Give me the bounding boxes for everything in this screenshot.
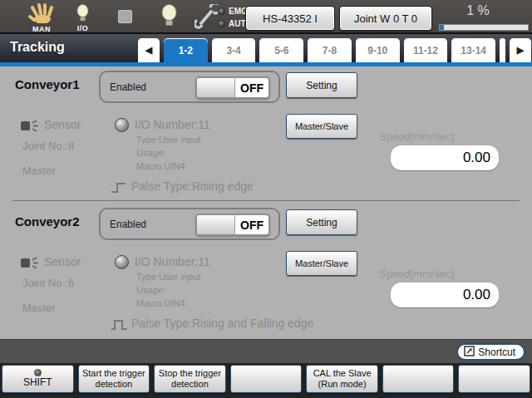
tab-13-14[interactable]: 13-14: [451, 38, 495, 62]
section-divider: [12, 200, 520, 201]
enabled-label: Enabled: [110, 219, 146, 230]
shortcut-bar: Shortcut: [0, 339, 532, 363]
master-slave-button[interactable]: Master/Slave: [286, 251, 357, 276]
io-number: I/O Number:11: [135, 255, 210, 268]
speed-value-field[interactable]: 0.00: [391, 145, 499, 170]
toggle-state: OFF: [235, 215, 268, 234]
speed-progress-bar: [439, 24, 529, 31]
conveyor1-panel: Conveyor1 Enabled OFF Setting: [0, 71, 532, 204]
wrench-icon: [195, 4, 218, 32]
bulb-icon: [161, 4, 177, 31]
enabled-label: Enabled: [110, 81, 146, 93]
fk-empty-button: [382, 365, 455, 393]
io-lamp-indicator: I/O: [76, 4, 89, 32]
io-macro: Macro:UIN4: [136, 161, 185, 171]
conveyor-name: Conveyor1: [15, 77, 80, 91]
fk-empty-button: [230, 365, 303, 393]
io-led-icon: [115, 118, 129, 132]
speed-percent: 1 %: [449, 3, 507, 18]
tab-9-10[interactable]: 9-10: [356, 38, 400, 62]
joint-no: Joint No.:8: [22, 140, 74, 152]
fk-empty-button: [458, 365, 530, 393]
speed-label: Speed[mm/sec]: [379, 268, 454, 280]
rising-falling-edge-icon: [111, 318, 128, 335]
conveyor2-panel: Conveyor2 Enabled OFF Setting: [0, 208, 532, 341]
enabled-toggle[interactable]: OFF: [195, 76, 270, 99]
joint-no: Joint No.:6: [22, 277, 74, 289]
tab-3-4[interactable]: 3-4: [212, 38, 256, 62]
robot-type-button[interactable]: HS-43352 I: [245, 6, 335, 31]
io-number: I/O Number:11: [135, 118, 210, 131]
tab-partial: [500, 38, 505, 62]
io-bulb-icon: [76, 4, 89, 26]
pulse-type-label: Palse Type:Rising and Falling edge: [131, 317, 313, 330]
top-status-bar: MAN I/O: [0, 0, 532, 34]
enabled-group: Enabled OFF: [99, 71, 280, 103]
maintenance-indicator: [195, 4, 218, 32]
enabled-toggle[interactable]: OFF: [195, 214, 270, 236]
lamp-indicator: [161, 4, 177, 31]
shortcut-button[interactable]: Shortcut: [456, 343, 525, 361]
man-label: MAN: [32, 25, 51, 33]
sensor-label: Sensor: [44, 118, 81, 131]
master-label: Master: [22, 165, 56, 177]
sensor-icon: [20, 256, 40, 273]
toggle-state: OFF: [235, 78, 268, 97]
sensor-icon: [20, 119, 40, 136]
shortcut-label: Shortcut: [478, 346, 515, 358]
speed-progress-fill: [440, 25, 444, 30]
tab-strip: ◀ 1-2 3-4 5-6 7-8 9-10 11-12 13-14 ▶: [138, 38, 531, 62]
enabled-group: Enabled OFF: [99, 208, 280, 240]
setting-button[interactable]: Setting: [286, 209, 357, 235]
manual-mode-indicator: MAN: [27, 3, 56, 33]
io-led-icon: [115, 255, 129, 269]
speed-value-field[interactable]: 0.00: [391, 283, 499, 307]
master-label: Master: [22, 302, 56, 314]
io-type: Type:User input: [136, 135, 200, 145]
emg-led-icon: [218, 7, 225, 15]
page-title: Tracking: [10, 40, 65, 55]
fk-shift-button[interactable]: SHIFT: [2, 365, 74, 393]
function-key-bar: SHIFT Start the trigger detection Stop t…: [0, 363, 532, 398]
sensor-label: Sensor: [44, 255, 81, 268]
tab-11-12[interactable]: 11-12: [404, 38, 448, 62]
tab-1-2[interactable]: 1-2: [164, 38, 208, 62]
auto-en-led-icon: [218, 20, 225, 27]
mode-coordinates-button[interactable]: Joint W 0 T 0: [339, 6, 432, 31]
io-label: I/O: [77, 24, 89, 32]
fk-stop-trigger-button[interactable]: Stop the trigger detection: [154, 365, 226, 393]
toggle-knob: [197, 215, 235, 234]
conveyor-name: Conveyor2: [15, 214, 80, 228]
square-icon: [118, 10, 132, 23]
tabs-next-arrow[interactable]: ▶: [510, 38, 531, 62]
fk-cal-slave-button[interactable]: CAL the Slave (Run mode): [306, 365, 378, 393]
shortcut-icon: [464, 346, 475, 359]
hand-icon: [27, 3, 56, 27]
io-macro: Macro:UIN4: [136, 298, 185, 308]
fk-start-trigger-button[interactable]: Start the trigger detection: [78, 365, 150, 393]
master-slave-button[interactable]: Master/Slave: [286, 114, 357, 139]
tabs-prev-arrow[interactable]: ◀: [138, 38, 160, 62]
tracking-content: Conveyor1 Enabled OFF Setting: [0, 66, 532, 339]
io-type: Type:User input: [136, 272, 200, 282]
io-usage: Usage:: [136, 148, 165, 158]
toggle-knob: [197, 78, 235, 97]
square-indicator: [118, 10, 132, 23]
speed-label: Speed[mm/sec]: [379, 130, 454, 143]
io-usage: Usage:: [136, 285, 165, 295]
setting-button[interactable]: Setting: [286, 72, 357, 98]
tracking-screen: MAN I/O: [0, 0, 532, 398]
shift-led-icon: [34, 369, 42, 376]
tab-5-6[interactable]: 5-6: [259, 38, 303, 62]
rising-edge-icon: [111, 181, 126, 198]
tab-7-8[interactable]: 7-8: [308, 38, 352, 62]
pulse-type-label: Palse Type:Rising edge: [131, 179, 254, 193]
